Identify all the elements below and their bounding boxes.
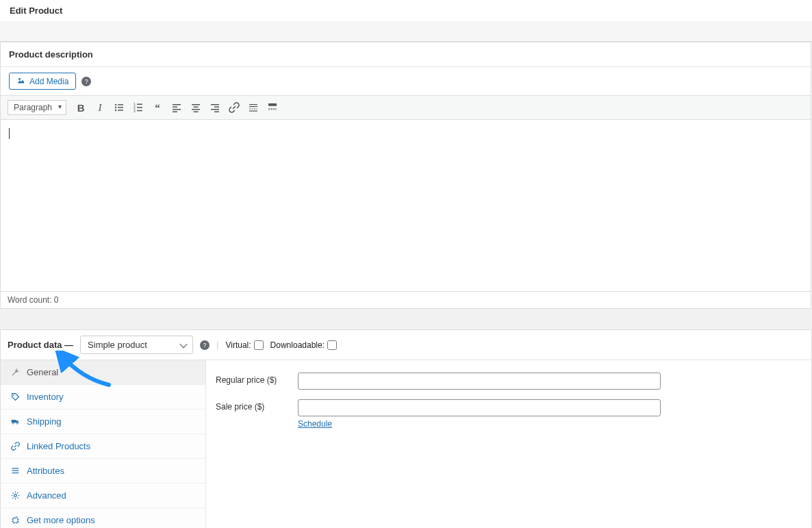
svg-rect-17 [192, 104, 200, 105]
svg-rect-40 [12, 473, 18, 473]
schedule-link[interactable]: Schedule [298, 419, 332, 429]
sale-price-label: Sale price ($) [216, 399, 298, 412]
page-title: Edit Product [0, 0, 812, 21]
svg-point-3 [115, 107, 116, 108]
svg-rect-15 [173, 109, 181, 110]
svg-point-1 [115, 104, 116, 105]
truck-icon [10, 417, 20, 426]
align-center-button[interactable] [187, 99, 205, 116]
svg-point-41 [14, 494, 16, 497]
product-data-tabs: General Inventory Shipping Linked Produc… [1, 360, 206, 528]
virtual-checkbox[interactable] [254, 340, 264, 350]
title-divider [0, 21, 812, 42]
svg-rect-8 [137, 104, 142, 105]
svg-rect-10 [137, 107, 142, 108]
tab-inventory[interactable]: Inventory [1, 385, 205, 410]
star-icon [10, 516, 20, 525]
tab-attributes[interactable]: Attributes [1, 459, 205, 483]
tab-linked-products[interactable]: Linked Products [1, 434, 205, 459]
link-icon [10, 442, 20, 451]
regular-price-input[interactable] [298, 373, 661, 390]
virtual-label: Virtual: [225, 340, 251, 350]
svg-point-5 [115, 110, 116, 111]
tab-shipping[interactable]: Shipping [1, 410, 205, 434]
tab-general[interactable]: General [1, 360, 205, 385]
svg-rect-6 [118, 110, 123, 111]
svg-rect-22 [214, 107, 219, 108]
media-icon [16, 76, 25, 86]
sale-price-input[interactable] [298, 399, 661, 416]
paragraph-select[interactable]: Paragraph [8, 100, 66, 115]
downloadable-checkbox[interactable] [327, 340, 337, 350]
svg-rect-31 [271, 108, 273, 110]
add-media-label: Add Media [29, 77, 68, 86]
sale-price-row: Sale price ($) Schedule [216, 399, 802, 429]
svg-rect-29 [268, 105, 277, 106]
read-more-button[interactable] [244, 99, 262, 116]
link-button[interactable] [225, 99, 243, 116]
downloadable-label: Downloadable: [270, 340, 325, 350]
editor-textarea[interactable] [1, 120, 811, 291]
svg-point-34 [13, 394, 14, 396]
tab-label: Linked Products [27, 441, 90, 451]
svg-rect-19 [192, 109, 200, 110]
svg-rect-20 [194, 112, 199, 113]
tab-label: Shipping [27, 416, 62, 427]
blockquote-button[interactable]: “ [149, 99, 166, 116]
list-icon [10, 466, 20, 475]
product-data-panel: Product data — Simple product ? | Virtua… [0, 329, 812, 528]
svg-rect-2 [118, 104, 123, 105]
svg-rect-21 [211, 104, 219, 105]
add-media-button[interactable]: Add Media [9, 73, 76, 90]
virtual-checkbox-wrap[interactable]: Virtual: [225, 340, 263, 350]
svg-rect-38 [12, 468, 18, 468]
product-data-content: Regular price ($) Sale price ($) Schedul… [206, 360, 811, 528]
tab-label: General [27, 367, 58, 377]
svg-text:3: 3 [134, 109, 136, 113]
toolbar-toggle-button[interactable] [264, 99, 281, 116]
help-icon: ? [81, 77, 91, 86]
panel-header-description: Product description [1, 42, 811, 67]
downloadable-checkbox-wrap[interactable]: Downloadable: [270, 340, 337, 350]
svg-rect-26 [249, 106, 257, 107]
svg-rect-13 [173, 104, 181, 105]
separator: | [216, 340, 218, 350]
align-left-button[interactable] [168, 99, 186, 116]
svg-rect-16 [173, 112, 177, 113]
svg-rect-28 [268, 103, 277, 105]
regular-price-label: Regular price ($) [216, 373, 298, 385]
italic-button[interactable]: I [91, 99, 109, 116]
svg-rect-4 [118, 107, 123, 108]
product-data-header: Product data — Simple product ? | Virtua… [1, 330, 811, 360]
svg-rect-30 [268, 108, 270, 110]
tab-label: Get more options [27, 515, 95, 525]
product-type-select[interactable]: Simple product [80, 336, 193, 354]
align-right-button[interactable] [206, 99, 224, 116]
tab-get-more-options[interactable]: Get more options [1, 508, 205, 528]
product-data-label: Product data — [8, 340, 73, 350]
panel-spacer [0, 309, 812, 329]
svg-rect-32 [273, 108, 275, 110]
tab-advanced[interactable]: Advanced [1, 483, 205, 508]
svg-rect-39 [12, 470, 18, 471]
svg-rect-14 [173, 107, 177, 108]
product-description-panel: Product description Add Media ? Paragrap… [0, 42, 811, 309]
svg-point-0 [18, 78, 21, 80]
svg-rect-25 [249, 104, 257, 105]
numbered-list-button[interactable]: 123 [129, 99, 147, 116]
editor-word-count: Word count: 0 [1, 291, 811, 308]
tag-icon [10, 392, 20, 401]
editor-media-row: Add Media ? [1, 67, 811, 95]
wrench-icon [10, 368, 20, 377]
gear-icon [10, 491, 20, 500]
svg-rect-12 [137, 110, 142, 112]
bold-button[interactable]: B [72, 99, 90, 116]
bullet-list-button[interactable] [110, 99, 128, 116]
svg-point-37 [16, 423, 17, 424]
tab-label: Attributes [27, 466, 64, 476]
text-cursor [9, 128, 10, 139]
svg-rect-23 [211, 109, 219, 110]
svg-rect-27 [249, 111, 257, 112]
help-icon: ? [200, 340, 210, 350]
svg-rect-35 [11, 420, 16, 423]
